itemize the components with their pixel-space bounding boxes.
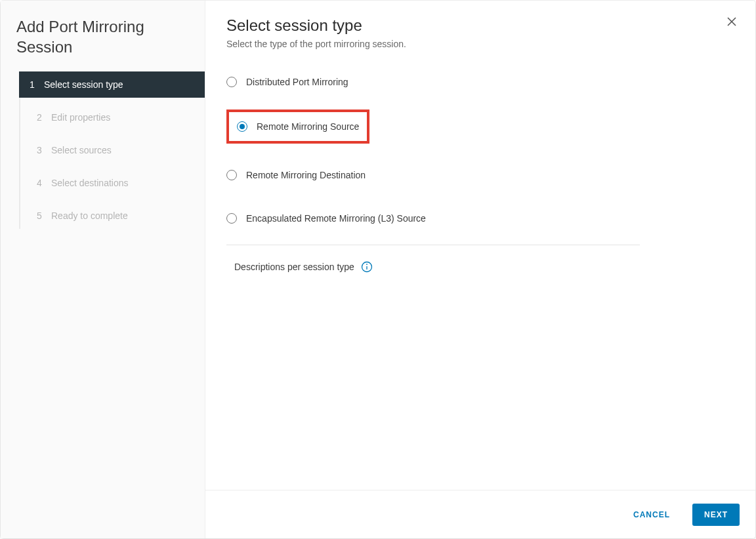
step-label: Edit properties	[49, 112, 110, 123]
step-ready-to-complete[interactable]: 5 Ready to complete	[20, 203, 205, 229]
wizard-content: Select session type Select the type of t…	[205, 1, 755, 538]
descriptions-label: Descriptions per session type	[234, 262, 354, 272]
step-label: Select sources	[49, 145, 112, 155]
step-number: 2	[37, 112, 49, 123]
close-button[interactable]	[724, 16, 740, 32]
radio-icon	[226, 170, 237, 180]
highlighted-option-box: Remote Mirroring Source	[226, 110, 369, 144]
step-select-destinations[interactable]: 4 Select destinations	[20, 170, 205, 196]
radio-icon	[237, 121, 247, 132]
info-icon[interactable]	[361, 261, 373, 273]
content-title: Select session type	[226, 16, 734, 35]
option-label: Distributed Port Mirroring	[246, 77, 348, 87]
option-remote-mirroring-source[interactable]: Remote Mirroring Source	[237, 121, 359, 132]
step-edit-properties[interactable]: 2 Edit properties	[20, 104, 205, 130]
option-label: Remote Mirroring Source	[257, 121, 359, 132]
content-header: Select session type Select the type of t…	[205, 1, 755, 49]
wizard-modal: Add Port Mirroring Session 1 Select sess…	[1, 1, 755, 538]
step-number: 4	[37, 178, 49, 188]
step-number: 5	[37, 210, 49, 221]
step-number: 1	[30, 79, 41, 90]
step-select-session-type[interactable]: 1 Select session type	[19, 71, 205, 98]
wizard-title: Add Port Mirroring Session	[1, 16, 205, 71]
step-label: Select session type	[41, 79, 123, 90]
radio-icon	[226, 77, 237, 87]
cancel-button[interactable]: CANCEL	[621, 504, 682, 526]
option-label: Remote Mirroring Destination	[246, 170, 366, 180]
descriptions-row: Descriptions per session type	[226, 261, 734, 273]
divider	[226, 245, 640, 245]
close-icon	[724, 16, 740, 27]
step-number: 3	[37, 145, 49, 155]
content-subtitle: Select the type of the port mirroring se…	[226, 39, 734, 49]
step-select-sources[interactable]: 3 Select sources	[20, 137, 205, 163]
step-label: Select destinations	[49, 178, 129, 188]
wizard-steps: 1 Select session type 2 Edit properties …	[19, 71, 205, 229]
next-button[interactable]: NEXT	[692, 504, 740, 526]
wizard-sidebar: Add Port Mirroring Session 1 Select sess…	[1, 1, 205, 538]
option-encapsulated-remote-mirroring[interactable]: Encapsulated Remote Mirroring (L3) Sourc…	[226, 207, 734, 230]
option-distributed-port-mirroring[interactable]: Distributed Port Mirroring	[226, 70, 734, 94]
option-remote-mirroring-destination[interactable]: Remote Mirroring Destination	[226, 163, 734, 187]
option-label: Encapsulated Remote Mirroring (L3) Sourc…	[246, 213, 426, 224]
radio-icon	[226, 213, 237, 224]
svg-point-4	[366, 264, 368, 265]
step-label: Ready to complete	[49, 210, 128, 221]
content-body: Distributed Port Mirroring Remote Mirror…	[205, 49, 755, 490]
wizard-footer: CANCEL NEXT	[205, 490, 755, 538]
